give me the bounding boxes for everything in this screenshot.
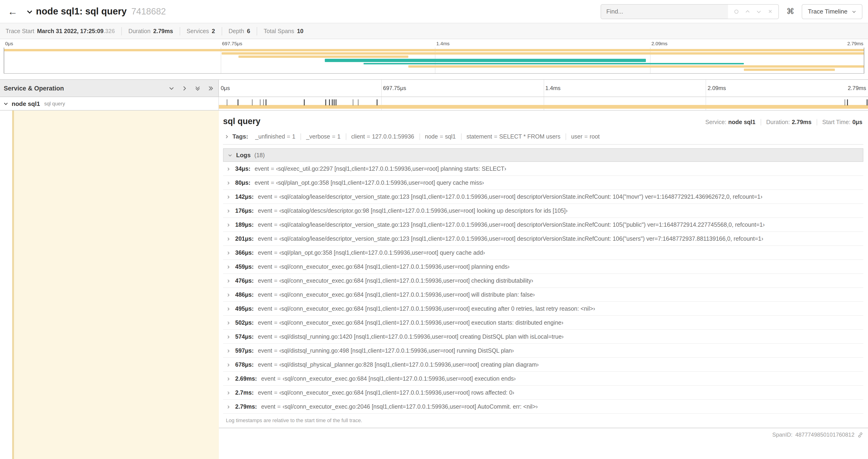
tag-item[interactable]: node=sql1: [419, 133, 461, 140]
service-operation-header: Service & Operation: [0, 80, 219, 97]
logs-section: Logs (18) 34μs: event=‹sql/exec_util.go:…: [223, 148, 863, 428]
log-entry[interactable]: 189μs: event=‹sql/catalog/lease/descript…: [223, 218, 863, 232]
logs-title: Logs: [236, 152, 251, 159]
chevron-right-icon: [226, 307, 230, 311]
chevron-right-icon: [226, 335, 230, 339]
tag-item[interactable]: _unfinished=1: [250, 133, 300, 140]
minimap-span-bar: [364, 63, 744, 64]
log-entry[interactable]: 2.7ms: event=‹sql/conn_executor_exec.go:…: [223, 386, 863, 400]
chevron-down-icon[interactable]: [3, 101, 8, 106]
detail-left-column: [0, 110, 219, 459]
log-marker[interactable]: [260, 99, 260, 105]
trace-timeline-page: ← node sql1: sql query 7418682: [0, 0, 868, 459]
log-timestamp: 80μs:: [235, 179, 250, 186]
log-marker[interactable]: [329, 99, 330, 105]
tag-item[interactable]: _verbose=1: [301, 133, 346, 140]
log-timestamp: 2.69ms:: [235, 375, 257, 382]
log-message: event=‹sql/conn_executor_exec.go:684 [ns…: [258, 264, 509, 270]
top-bar: ← node sql1: sql query 7418682: [0, 0, 868, 23]
log-entry[interactable]: 366μs: event=‹sql/plan_opt.go:358 [nsql1…: [223, 246, 863, 260]
chevron-right-icon: [226, 363, 230, 367]
log-message: event=‹sql/conn_executor_exec.go:684 [ns…: [258, 292, 535, 298]
collapse-all-button[interactable]: [195, 85, 201, 91]
span-row[interactable]: node sql1 sql query: [0, 97, 868, 110]
expand-all-button[interactable]: [208, 85, 214, 91]
span-detail-area: sql query Service:node sql1 Duration:2.7…: [0, 110, 868, 459]
trace-summary-bar: Trace StartMarch 31 2022, 17:25:09.326 D…: [0, 23, 868, 39]
tags-toggle[interactable]: Tags:: [224, 133, 248, 140]
trace-minimap[interactable]: 0μs697.75μs1.4ms2.09ms2.79ms: [4, 39, 864, 74]
log-marker[interactable]: [845, 99, 845, 105]
log-entry[interactable]: 486μs: event=‹sql/conn_executor_exec.go:…: [223, 288, 863, 302]
log-entry[interactable]: 502μs: event=‹sql/conn_executor_exec.go:…: [223, 316, 863, 330]
log-marker[interactable]: [867, 99, 867, 105]
log-marker[interactable]: [238, 99, 239, 105]
tag-item[interactable]: statement=SELECT * FROM users: [461, 133, 566, 140]
log-marker[interactable]: [325, 99, 326, 105]
log-entry[interactable]: 495μs: event=‹sql/conn_executor_exec.go:…: [223, 302, 863, 316]
expand-one-button[interactable]: [182, 85, 188, 91]
log-entry[interactable]: 678μs: event=‹sql/distsql_physical_plann…: [223, 358, 863, 372]
log-entry[interactable]: 142μs: event=‹sql/catalog/lease/descript…: [223, 190, 863, 204]
trace-view-label: Trace Timeline: [808, 8, 847, 15]
log-marker[interactable]: [304, 99, 305, 105]
span-bar-cell[interactable]: [219, 97, 868, 110]
log-entry[interactable]: 476μs: event=‹sql/conn_executor_exec.go:…: [223, 274, 863, 288]
log-marker[interactable]: [847, 99, 848, 105]
clear-search-button[interactable]: [765, 7, 775, 16]
minimap-left-scrubber[interactable]: [4, 47, 4, 73]
keyboard-shortcuts-button[interactable]: ⌘: [784, 6, 796, 16]
log-marker[interactable]: [252, 99, 253, 105]
link-icon[interactable]: [857, 432, 863, 438]
log-entry[interactable]: 201μs: event=‹sql/catalog/lease/descript…: [223, 232, 863, 246]
log-entry[interactable]: 80μs: event=‹sql/plan_opt.go:358 [nsql1,…: [223, 176, 863, 190]
log-marker[interactable]: [377, 99, 377, 105]
minimap-right-scrubber[interactable]: [864, 47, 864, 73]
log-message: event=‹sql/distsql_running.go:1420 [nsql…: [258, 333, 563, 340]
back-button[interactable]: ←: [5, 3, 21, 19]
log-entry[interactable]: 2.69ms: event=‹sql/conn_executor_exec.go…: [223, 372, 863, 386]
find-result-controls: [728, 7, 778, 16]
span-detail-card: sql query Service:node sql1 Duration:2.7…: [219, 110, 868, 428]
span-name-cell[interactable]: node sql1 sql query: [0, 97, 219, 110]
log-marker[interactable]: [352, 99, 353, 105]
log-marker[interactable]: [334, 99, 334, 105]
tag-item[interactable]: client=127.0.0.1:59936: [346, 133, 419, 140]
minimap-tick-label: 697.75μs: [220, 41, 242, 46]
chevron-down-icon[interactable]: [26, 8, 33, 15]
logs-header[interactable]: Logs (18): [223, 148, 863, 162]
log-message: event=‹sql/catalog/lease/descriptor_vers…: [258, 222, 765, 228]
collapse-one-button[interactable]: [168, 85, 175, 91]
timeline-ruler: 0μs697.75μs1.4ms2.09ms2.79ms: [219, 80, 868, 97]
log-marker[interactable]: [358, 99, 359, 105]
log-entry[interactable]: 34μs: event=‹sql/exec_util.go:2297 [nsql…: [223, 162, 863, 176]
log-marker[interactable]: [332, 99, 333, 105]
minimap-tick-label: 1.4ms: [435, 41, 450, 46]
log-entry[interactable]: 597μs: event=‹sql/distsql_running.go:498…: [223, 344, 863, 358]
log-entry[interactable]: 176μs: event=‹sql/catalog/descs/descript…: [223, 204, 863, 218]
chevron-right-icon: [226, 321, 230, 325]
minimap-canvas[interactable]: [4, 47, 864, 74]
trace-view-selector[interactable]: Trace Timeline: [802, 4, 862, 19]
log-marker[interactable]: [266, 99, 266, 105]
tag-item[interactable]: user=root: [566, 133, 605, 140]
log-marker[interactable]: [263, 99, 264, 105]
minimap-span-bar: [239, 56, 408, 58]
find-input[interactable]: [601, 4, 728, 19]
log-timestamp: 2.7ms:: [235, 390, 254, 396]
tags-label: Tags:: [232, 133, 248, 140]
log-timestamp: 678μs:: [235, 362, 254, 368]
log-entry[interactable]: 459μs: event=‹sql/conn_executor_exec.go:…: [223, 260, 863, 274]
ruler-labels: 0μs697.75μs1.4ms2.09ms2.79ms: [219, 80, 868, 97]
log-message: event=‹sql/catalog/lease/descriptor_vers…: [258, 236, 763, 242]
span-id-footer: SpanID: 4877749850101760812: [219, 428, 868, 438]
log-entry[interactable]: 2.79ms: event=‹sql/conn_executor_exec.go…: [223, 400, 863, 414]
log-marker[interactable]: [226, 99, 227, 105]
chevron-right-icon: [226, 391, 230, 395]
log-entry[interactable]: 574μs: event=‹sql/distsql_running.go:142…: [223, 330, 863, 344]
ruler-tick-label: 2.79ms: [846, 80, 866, 97]
log-marker[interactable]: [336, 99, 337, 105]
prev-result-button[interactable]: [743, 7, 752, 16]
log-timestamp: 574μs:: [235, 333, 254, 340]
next-result-button[interactable]: [754, 7, 764, 16]
